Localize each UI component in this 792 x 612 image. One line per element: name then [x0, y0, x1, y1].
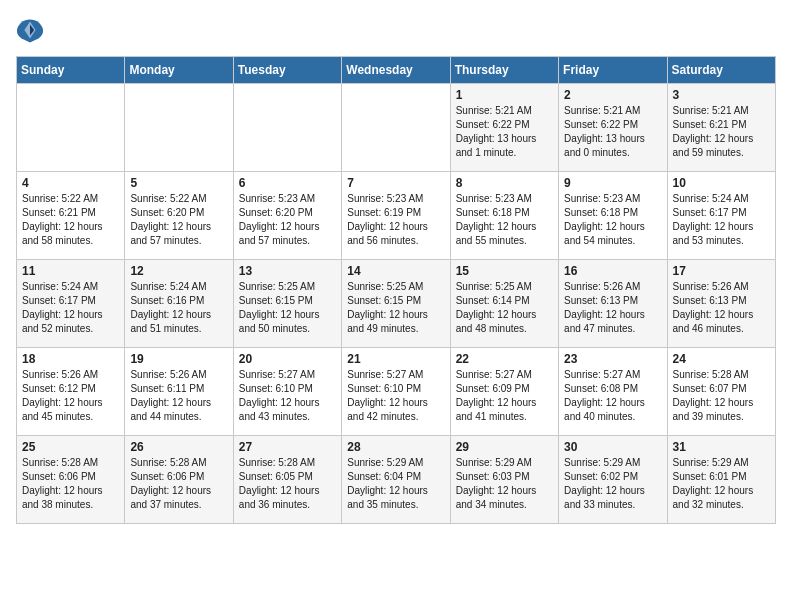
day-cell: 18Sunrise: 5:26 AM Sunset: 6:12 PM Dayli… [17, 348, 125, 436]
day-info: Sunrise: 5:21 AM Sunset: 6:21 PM Dayligh… [673, 104, 770, 160]
day-number: 21 [347, 352, 444, 366]
day-cell: 8Sunrise: 5:23 AM Sunset: 6:18 PM Daylig… [450, 172, 558, 260]
header-cell-friday: Friday [559, 57, 667, 84]
day-cell: 9Sunrise: 5:23 AM Sunset: 6:18 PM Daylig… [559, 172, 667, 260]
day-number: 16 [564, 264, 661, 278]
day-number: 26 [130, 440, 227, 454]
day-number: 20 [239, 352, 336, 366]
header-cell-tuesday: Tuesday [233, 57, 341, 84]
day-info: Sunrise: 5:27 AM Sunset: 6:09 PM Dayligh… [456, 368, 553, 424]
week-row-4: 18Sunrise: 5:26 AM Sunset: 6:12 PM Dayli… [17, 348, 776, 436]
day-info: Sunrise: 5:26 AM Sunset: 6:11 PM Dayligh… [130, 368, 227, 424]
header-cell-wednesday: Wednesday [342, 57, 450, 84]
day-cell: 28Sunrise: 5:29 AM Sunset: 6:04 PM Dayli… [342, 436, 450, 524]
day-cell: 26Sunrise: 5:28 AM Sunset: 6:06 PM Dayli… [125, 436, 233, 524]
day-number: 4 [22, 176, 119, 190]
day-number: 9 [564, 176, 661, 190]
day-number: 15 [456, 264, 553, 278]
day-info: Sunrise: 5:28 AM Sunset: 6:05 PM Dayligh… [239, 456, 336, 512]
day-info: Sunrise: 5:24 AM Sunset: 6:16 PM Dayligh… [130, 280, 227, 336]
header-row: SundayMondayTuesdayWednesdayThursdayFrid… [17, 57, 776, 84]
day-info: Sunrise: 5:29 AM Sunset: 6:03 PM Dayligh… [456, 456, 553, 512]
day-info: Sunrise: 5:29 AM Sunset: 6:02 PM Dayligh… [564, 456, 661, 512]
day-cell: 23Sunrise: 5:27 AM Sunset: 6:08 PM Dayli… [559, 348, 667, 436]
header-cell-saturday: Saturday [667, 57, 775, 84]
day-number: 22 [456, 352, 553, 366]
day-cell: 15Sunrise: 5:25 AM Sunset: 6:14 PM Dayli… [450, 260, 558, 348]
calendar-table: SundayMondayTuesdayWednesdayThursdayFrid… [16, 56, 776, 524]
week-row-5: 25Sunrise: 5:28 AM Sunset: 6:06 PM Dayli… [17, 436, 776, 524]
day-number: 30 [564, 440, 661, 454]
day-cell: 10Sunrise: 5:24 AM Sunset: 6:17 PM Dayli… [667, 172, 775, 260]
day-cell: 22Sunrise: 5:27 AM Sunset: 6:09 PM Dayli… [450, 348, 558, 436]
day-info: Sunrise: 5:26 AM Sunset: 6:13 PM Dayligh… [673, 280, 770, 336]
day-info: Sunrise: 5:21 AM Sunset: 6:22 PM Dayligh… [564, 104, 661, 160]
day-number: 7 [347, 176, 444, 190]
day-info: Sunrise: 5:28 AM Sunset: 6:06 PM Dayligh… [130, 456, 227, 512]
day-number: 29 [456, 440, 553, 454]
day-cell: 11Sunrise: 5:24 AM Sunset: 6:17 PM Dayli… [17, 260, 125, 348]
day-cell: 25Sunrise: 5:28 AM Sunset: 6:06 PM Dayli… [17, 436, 125, 524]
day-cell: 31Sunrise: 5:29 AM Sunset: 6:01 PM Dayli… [667, 436, 775, 524]
day-info: Sunrise: 5:23 AM Sunset: 6:18 PM Dayligh… [456, 192, 553, 248]
day-cell: 17Sunrise: 5:26 AM Sunset: 6:13 PM Dayli… [667, 260, 775, 348]
day-info: Sunrise: 5:26 AM Sunset: 6:13 PM Dayligh… [564, 280, 661, 336]
day-info: Sunrise: 5:25 AM Sunset: 6:15 PM Dayligh… [239, 280, 336, 336]
day-cell: 20Sunrise: 5:27 AM Sunset: 6:10 PM Dayli… [233, 348, 341, 436]
day-number: 5 [130, 176, 227, 190]
day-number: 19 [130, 352, 227, 366]
day-cell: 29Sunrise: 5:29 AM Sunset: 6:03 PM Dayli… [450, 436, 558, 524]
day-cell [342, 84, 450, 172]
header-cell-sunday: Sunday [17, 57, 125, 84]
day-info: Sunrise: 5:27 AM Sunset: 6:08 PM Dayligh… [564, 368, 661, 424]
day-cell: 30Sunrise: 5:29 AM Sunset: 6:02 PM Dayli… [559, 436, 667, 524]
day-number: 28 [347, 440, 444, 454]
header-cell-thursday: Thursday [450, 57, 558, 84]
logo [16, 16, 48, 44]
day-cell: 12Sunrise: 5:24 AM Sunset: 6:16 PM Dayli… [125, 260, 233, 348]
day-number: 24 [673, 352, 770, 366]
day-info: Sunrise: 5:28 AM Sunset: 6:07 PM Dayligh… [673, 368, 770, 424]
day-cell [17, 84, 125, 172]
page-header [16, 16, 776, 44]
day-number: 3 [673, 88, 770, 102]
day-info: Sunrise: 5:23 AM Sunset: 6:19 PM Dayligh… [347, 192, 444, 248]
day-info: Sunrise: 5:29 AM Sunset: 6:01 PM Dayligh… [673, 456, 770, 512]
week-row-2: 4Sunrise: 5:22 AM Sunset: 6:21 PM Daylig… [17, 172, 776, 260]
day-cell: 21Sunrise: 5:27 AM Sunset: 6:10 PM Dayli… [342, 348, 450, 436]
day-info: Sunrise: 5:27 AM Sunset: 6:10 PM Dayligh… [347, 368, 444, 424]
day-number: 17 [673, 264, 770, 278]
day-cell: 2Sunrise: 5:21 AM Sunset: 6:22 PM Daylig… [559, 84, 667, 172]
day-info: Sunrise: 5:23 AM Sunset: 6:18 PM Dayligh… [564, 192, 661, 248]
day-info: Sunrise: 5:21 AM Sunset: 6:22 PM Dayligh… [456, 104, 553, 160]
day-info: Sunrise: 5:26 AM Sunset: 6:12 PM Dayligh… [22, 368, 119, 424]
day-info: Sunrise: 5:25 AM Sunset: 6:14 PM Dayligh… [456, 280, 553, 336]
day-number: 6 [239, 176, 336, 190]
day-info: Sunrise: 5:28 AM Sunset: 6:06 PM Dayligh… [22, 456, 119, 512]
day-number: 18 [22, 352, 119, 366]
day-number: 25 [22, 440, 119, 454]
day-info: Sunrise: 5:25 AM Sunset: 6:15 PM Dayligh… [347, 280, 444, 336]
day-cell: 1Sunrise: 5:21 AM Sunset: 6:22 PM Daylig… [450, 84, 558, 172]
day-cell [233, 84, 341, 172]
day-number: 2 [564, 88, 661, 102]
day-number: 14 [347, 264, 444, 278]
header-cell-monday: Monday [125, 57, 233, 84]
day-cell: 7Sunrise: 5:23 AM Sunset: 6:19 PM Daylig… [342, 172, 450, 260]
day-number: 13 [239, 264, 336, 278]
day-number: 8 [456, 176, 553, 190]
day-number: 11 [22, 264, 119, 278]
day-cell [125, 84, 233, 172]
day-number: 10 [673, 176, 770, 190]
day-cell: 24Sunrise: 5:28 AM Sunset: 6:07 PM Dayli… [667, 348, 775, 436]
logo-icon [16, 16, 44, 44]
day-cell: 6Sunrise: 5:23 AM Sunset: 6:20 PM Daylig… [233, 172, 341, 260]
day-info: Sunrise: 5:22 AM Sunset: 6:20 PM Dayligh… [130, 192, 227, 248]
day-cell: 27Sunrise: 5:28 AM Sunset: 6:05 PM Dayli… [233, 436, 341, 524]
day-info: Sunrise: 5:23 AM Sunset: 6:20 PM Dayligh… [239, 192, 336, 248]
day-info: Sunrise: 5:24 AM Sunset: 6:17 PM Dayligh… [22, 280, 119, 336]
day-info: Sunrise: 5:24 AM Sunset: 6:17 PM Dayligh… [673, 192, 770, 248]
day-number: 23 [564, 352, 661, 366]
day-info: Sunrise: 5:29 AM Sunset: 6:04 PM Dayligh… [347, 456, 444, 512]
day-cell: 14Sunrise: 5:25 AM Sunset: 6:15 PM Dayli… [342, 260, 450, 348]
